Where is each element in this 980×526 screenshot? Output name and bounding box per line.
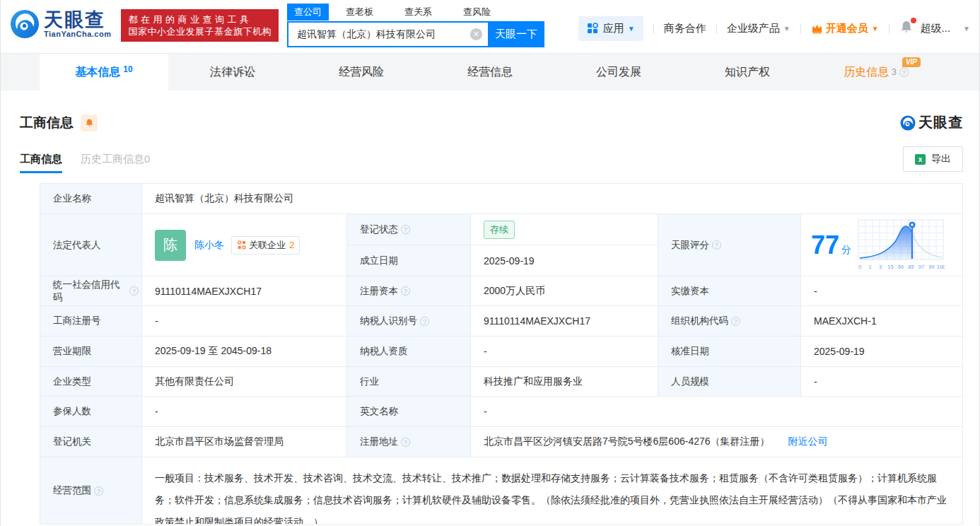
label-text: 纳税人资质 bbox=[360, 345, 408, 358]
label-text: 法定代表人 bbox=[53, 239, 101, 252]
field-label-org-code: 组织机构代码 ? bbox=[658, 306, 801, 337]
export-label: 导出 bbox=[931, 153, 951, 165]
search-tabs: 查公司 查老板 查关系 查风险 bbox=[287, 4, 544, 21]
legal-rep-name-link[interactable]: 陈小冬 bbox=[194, 239, 224, 252]
help-icon[interactable]: ? bbox=[401, 438, 410, 447]
field-label-business-scope: 经营范围 ? bbox=[40, 457, 142, 524]
field-label-insured-count: 参保人数 bbox=[40, 397, 142, 427]
watermark-logo: 天眼查 bbox=[900, 113, 963, 132]
field-label-paid-capital: 实缴资本 bbox=[658, 276, 801, 306]
search-tab-risk[interactable]: 查风险 bbox=[456, 4, 498, 21]
value-text: 科技推广和应用服务业 bbox=[484, 375, 583, 388]
top-header: 天眼查 TianYanCha.com 都在用的商业查询工具 国家中小企业发展子基… bbox=[0, 0, 980, 53]
vip-badge: VIP bbox=[902, 57, 921, 67]
svg-text:15: 15 bbox=[887, 264, 893, 270]
value-text: - bbox=[484, 406, 487, 417]
svg-text:3: 3 bbox=[879, 264, 882, 270]
score-unit: 分 bbox=[841, 244, 851, 257]
field-label-staff-size: 人员规模 bbox=[658, 367, 801, 397]
export-button[interactable]: x 导出 bbox=[903, 146, 963, 172]
search-input[interactable] bbox=[297, 29, 470, 40]
org-chart-icon bbox=[237, 240, 246, 250]
value-text: 北京市昌平区沙河镇安居路7号院5号楼6层606-4276（集群注册） bbox=[484, 436, 770, 448]
help-icon[interactable]: ? bbox=[129, 286, 139, 296]
open-vip-link[interactable]: 开通会员 ▼ bbox=[811, 22, 879, 35]
field-label-approval-date: 核准日期 bbox=[658, 337, 801, 367]
search-input-wrap: ✕ bbox=[287, 21, 488, 47]
divider bbox=[800, 23, 801, 34]
value-text: 2025-09-19 bbox=[814, 346, 865, 357]
subtab-row: 工商信息 历史工商信息0 x 导出 bbox=[20, 146, 963, 173]
tab-operation-risk[interactable]: 经营风险 bbox=[297, 54, 426, 90]
field-value-english-name: - bbox=[471, 397, 962, 427]
label-text: 统一社会信用代码 bbox=[53, 279, 127, 304]
avatar[interactable]: 陈 bbox=[155, 230, 186, 261]
user-menu[interactable]: 超级... bbox=[921, 22, 951, 35]
field-label-industry: 行业 bbox=[347, 367, 471, 397]
svg-text:85: 85 bbox=[908, 264, 914, 270]
help-icon[interactable]: ? bbox=[899, 68, 909, 77]
field-value-business-scope: 一般项目：技术服务、技术开发、技术咨询、技术交流、技术转让、技术推广；数据处理和… bbox=[142, 457, 962, 524]
value-text: 其他有限责任公司 bbox=[155, 375, 234, 388]
search-button[interactable]: 天眼一下 bbox=[488, 21, 544, 47]
enterprise-product-link[interactable]: 企业级产品 ▼ bbox=[727, 22, 791, 35]
value-text: 91110114MAEXJXCH17 bbox=[155, 286, 262, 297]
open-vip-label: 开通会员 bbox=[826, 22, 868, 35]
label-text: 营业期限 bbox=[53, 345, 91, 358]
subtab-business-info[interactable]: 工商信息 bbox=[20, 153, 62, 173]
svg-text:100: 100 bbox=[937, 264, 945, 270]
label-text: 人员规模 bbox=[671, 375, 709, 388]
divider bbox=[716, 23, 717, 34]
label-text: 行业 bbox=[360, 375, 379, 388]
field-value-company-type: 其他有限责任公司 bbox=[142, 367, 347, 397]
field-label-tianyan-score: 天眼评分 ? bbox=[658, 214, 801, 276]
help-icon[interactable]: ? bbox=[401, 225, 410, 234]
help-icon[interactable]: ? bbox=[420, 317, 429, 326]
subtab-history-business-info[interactable]: 历史工商信息0 bbox=[81, 153, 150, 173]
field-label-legal-representative: 法定代表人 bbox=[40, 214, 142, 276]
chevron-down-icon[interactable]: ▼ bbox=[963, 25, 970, 33]
field-label-registration-authority: 登记机关 bbox=[40, 427, 142, 457]
status-badge: 存续 bbox=[484, 221, 515, 239]
related-companies-count: 2 bbox=[289, 240, 294, 250]
help-icon[interactable]: ? bbox=[94, 486, 103, 496]
label-text: 登记状态 bbox=[360, 223, 398, 236]
search-tab-boss[interactable]: 查老板 bbox=[339, 4, 380, 21]
notification-bell[interactable] bbox=[899, 20, 914, 37]
value-text: 一般项目：技术服务、技术开发、技术咨询、技术交流、技术转让、技术推广；数据处理和… bbox=[155, 472, 947, 524]
help-icon[interactable]: ? bbox=[401, 286, 410, 296]
apps-button[interactable]: 应用 ▼ bbox=[578, 16, 643, 41]
field-label-credit-code: 统一社会信用代码 ? bbox=[40, 276, 142, 306]
tab-company-development[interactable]: 公司发展 bbox=[554, 54, 683, 90]
label-text: 工商注册号 bbox=[53, 315, 101, 327]
field-label-company-type: 企业类型 bbox=[40, 367, 142, 397]
clear-search-icon[interactable]: ✕ bbox=[470, 28, 482, 40]
tab-legal-litigation[interactable]: 法律诉讼 bbox=[168, 54, 297, 90]
help-icon[interactable]: ? bbox=[712, 240, 721, 250]
divider bbox=[889, 23, 889, 34]
search-tab-company[interactable]: 查公司 bbox=[287, 4, 329, 21]
tab-basic-info[interactable]: 基本信息 10 bbox=[40, 54, 168, 90]
tab-intellectual-property[interactable]: 知识产权 bbox=[683, 54, 812, 90]
search-tab-relation[interactable]: 查关系 bbox=[397, 4, 439, 21]
subscribe-bell-button[interactable] bbox=[81, 115, 98, 132]
svg-text:97: 97 bbox=[918, 264, 924, 270]
field-label-registered-address: 注册地址 ? bbox=[347, 427, 471, 457]
tab-history-info[interactable]: 历史信息 3 ? VIP bbox=[812, 54, 940, 90]
field-value-tianyan-score[interactable]: 77 分 bbox=[801, 214, 962, 276]
field-value-paid-capital: - bbox=[801, 276, 962, 306]
nearby-companies-link[interactable]: 附近公司 bbox=[788, 436, 828, 448]
value-text: - bbox=[155, 315, 158, 327]
brand-domain: TianYanCha.com bbox=[44, 30, 111, 38]
bell-icon bbox=[85, 118, 94, 128]
tianyancha-logo[interactable]: 天眼查 TianYanCha.com bbox=[10, 9, 111, 39]
tab-operation-info[interactable]: 经营信息 bbox=[426, 54, 554, 90]
related-companies-badge[interactable]: 关联企业 2 bbox=[231, 236, 300, 255]
field-value-registration-number: - bbox=[142, 306, 347, 337]
field-label-registration-number: 工商注册号 bbox=[40, 306, 142, 337]
value-text: 2025-09-19 bbox=[484, 255, 535, 267]
business-cooperation-link[interactable]: 商务合作 bbox=[664, 22, 706, 35]
help-icon[interactable]: ? bbox=[731, 317, 740, 326]
tab-label: 历史信息 bbox=[844, 65, 889, 80]
score-value: 77 bbox=[811, 233, 839, 258]
